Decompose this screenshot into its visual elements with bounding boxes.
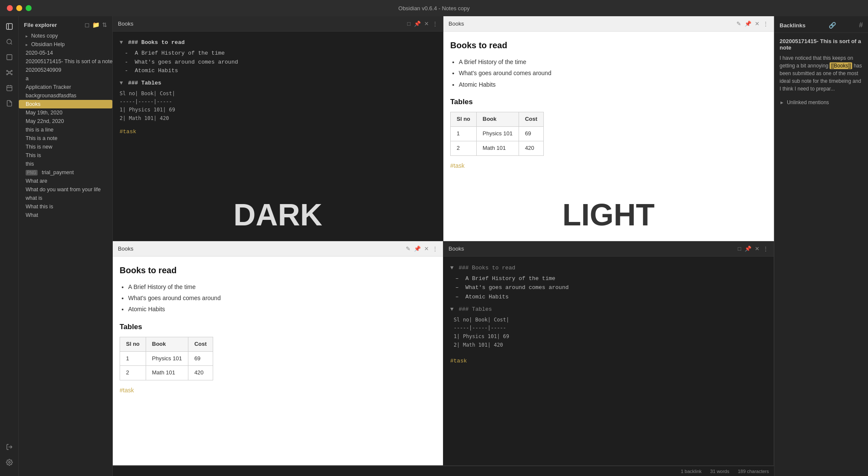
table-row: 1 Physics 101 69 — [120, 351, 213, 366]
file-item[interactable]: What are — [19, 177, 112, 185]
table-cell: 69 — [188, 351, 213, 366]
editor-tag[interactable]: #task — [120, 128, 436, 137]
more-options-icon[interactable]: ⋮ — [432, 245, 438, 252]
new-folder-icon[interactable]: 📁 — [92, 21, 100, 28]
pin-icon[interactable]: 📌 — [414, 245, 421, 252]
file-item[interactable]: 202005240909 — [19, 66, 112, 74]
file-item[interactable]: PNGtrial_payment — [19, 168, 112, 177]
sidebar-icon-files[interactable] — [3, 20, 16, 33]
maximize-button[interactable] — [26, 5, 32, 11]
br-table-raw: Sl no| Book| Cost| -----|-----|----- 1| … — [454, 316, 767, 350]
edit-icon[interactable]: ✎ — [736, 20, 741, 27]
bl-tag[interactable]: #task — [120, 385, 436, 395]
more-options-icon[interactable]: ⋮ — [763, 245, 768, 252]
preview-tag[interactable]: #task — [450, 161, 767, 170]
backlink-note-title[interactable]: 202005171415- This is sort of a note — [780, 38, 863, 51]
editor-list-item: - What's goes around comes around — [125, 58, 436, 67]
file-explorer-title: File explorer — [24, 22, 57, 28]
file-item[interactable]: This is new — [19, 143, 112, 151]
br-tag[interactable]: #task — [450, 356, 767, 365]
bottom-left-pane-content[interactable]: Books to read A Brief History of the tim… — [113, 257, 443, 466]
file-item[interactable]: 202005171415- This is sort of a note — [19, 57, 112, 66]
unlinked-mentions-arrow: ► — [780, 100, 784, 105]
unlinked-mentions[interactable]: ► Unlinked mentions — [780, 99, 863, 105]
new-file-icon[interactable]: ◻ — [85, 21, 90, 28]
sidebar-icon-logout[interactable] — [3, 440, 16, 454]
bl-tables-heading: Tables — [120, 321, 436, 333]
preview-list: A Brief History of the time What's goes … — [459, 57, 767, 89]
window-title: Obsidian v0.6.4 - Notes copy — [399, 5, 470, 12]
expand-icon[interactable]: □ — [407, 20, 411, 27]
pin-icon[interactable]: 📌 — [745, 245, 751, 252]
file-item[interactable]: what is — [19, 194, 112, 202]
more-options-icon[interactable]: ⋮ — [763, 20, 768, 27]
table-cell: 420 — [519, 141, 543, 155]
close-pane-icon[interactable]: ✕ — [755, 20, 760, 27]
sidebar-icon-graph[interactable] — [3, 66, 16, 79]
file-explorer-header: File explorer ◻ 📁 ⇅ — [19, 16, 112, 32]
word-count: 31 words — [710, 469, 730, 474]
backlinks-panel: Backlinks 🔗 # 202005171415- This is sort… — [774, 16, 868, 476]
file-item[interactable]: What this is — [19, 202, 112, 211]
sidebar-icon-settings[interactable] — [3, 456, 16, 469]
minimize-button[interactable] — [16, 5, 22, 11]
bottom-right-pane-icons: □ 📌 ✕ ⋮ — [738, 245, 768, 252]
file-item[interactable]: backgrounasdfasdfas — [19, 91, 112, 100]
file-item[interactable]: Application Tracker — [19, 83, 112, 91]
table-cell: Math 101 — [476, 141, 519, 155]
table-cell: 2 — [451, 141, 477, 155]
bl-heading: Books to read — [120, 263, 436, 277]
close-pane-icon[interactable]: ✕ — [424, 245, 429, 252]
file-item[interactable]: Books — [19, 100, 112, 108]
bottom-right-pane: Books □ 📌 ✕ ⋮ ▼ ### Books to read — [443, 241, 774, 466]
top-right-pane-title: Books — [449, 20, 464, 27]
sidebar-icon-starred[interactable] — [3, 50, 16, 64]
table-cell: 1 — [451, 127, 477, 141]
sort-icon[interactable]: ⇅ — [102, 21, 107, 28]
sidebar-icon-search[interactable] — [3, 35, 16, 49]
table-row: 2 Math 101 420 — [120, 366, 213, 380]
editor-line: ▼ ### Books to read — [120, 38, 436, 47]
bl-list: A Brief History of the time What's goes … — [128, 282, 436, 314]
bottom-right-pane-content[interactable]: ▼ ### Books to read – A Brief History of… — [443, 257, 774, 466]
file-item[interactable]: 2020-05-14 — [19, 49, 112, 57]
close-pane-icon[interactable]: ✕ — [755, 245, 760, 252]
expand-icon[interactable]: □ — [738, 245, 741, 252]
pane-grid: Books □ 📌 ✕ ⋮ ▼ ### Books to read — [113, 16, 774, 466]
top-left-pane: Books □ 📌 ✕ ⋮ ▼ ### Books to read — [113, 16, 443, 241]
table-header: Cost — [188, 337, 213, 351]
backlinks-link-icon[interactable]: 🔗 — [829, 22, 836, 29]
file-item[interactable]: What do you want from your life — [19, 185, 112, 194]
file-item[interactable]: this is a line — [19, 126, 112, 134]
pin-icon[interactable]: 📌 — [745, 20, 751, 27]
sidebar-icon-notes[interactable] — [3, 96, 16, 110]
table-header: Sl no — [451, 112, 477, 127]
list-item: What's goes around comes around — [459, 68, 767, 78]
file-item[interactable]: What — [19, 211, 112, 219]
top-right-pane-content[interactable]: Books to read A Brief History of the tim… — [443, 32, 774, 241]
edit-icon[interactable]: ✎ — [406, 245, 411, 252]
top-left-pane-content[interactable]: ▼ ### Books to read - A Brief History of… — [113, 32, 443, 241]
file-item[interactable]: May 22nd, 2020 — [19, 117, 112, 126]
file-item[interactable]: May 19th, 2020 — [19, 108, 112, 117]
unlinked-mentions-label[interactable]: Unlinked mentions — [787, 99, 829, 105]
table-cell: 1 — [120, 351, 146, 366]
svg-point-2 — [7, 39, 12, 44]
pin-icon[interactable]: 📌 — [414, 20, 421, 27]
file-explorer-actions: ◻ 📁 ⇅ — [85, 21, 107, 28]
file-item[interactable]: a — [19, 74, 112, 83]
file-item[interactable]: This is — [19, 151, 112, 160]
more-options-icon[interactable]: ⋮ — [432, 20, 438, 27]
sidebar-icon-calendar[interactable] — [3, 81, 16, 95]
table-cell: Physics 101 — [476, 127, 519, 141]
backlinks-hash-icon[interactable]: # — [859, 21, 863, 29]
file-item[interactable]: this — [19, 160, 112, 168]
top-right-pane-icons: ✎ 📌 ✕ ⋮ — [736, 20, 768, 27]
file-item[interactable]: This is a note — [19, 134, 112, 143]
svg-line-13 — [10, 73, 11, 74]
close-button[interactable] — [7, 5, 13, 11]
file-item[interactable]: ▸ Notes copy — [19, 32, 112, 40]
close-pane-icon[interactable]: ✕ — [424, 20, 429, 27]
file-item[interactable]: ▸ Obsidian Help — [19, 40, 112, 49]
backlink-highlight[interactable]: [[Books]] — [830, 62, 852, 69]
